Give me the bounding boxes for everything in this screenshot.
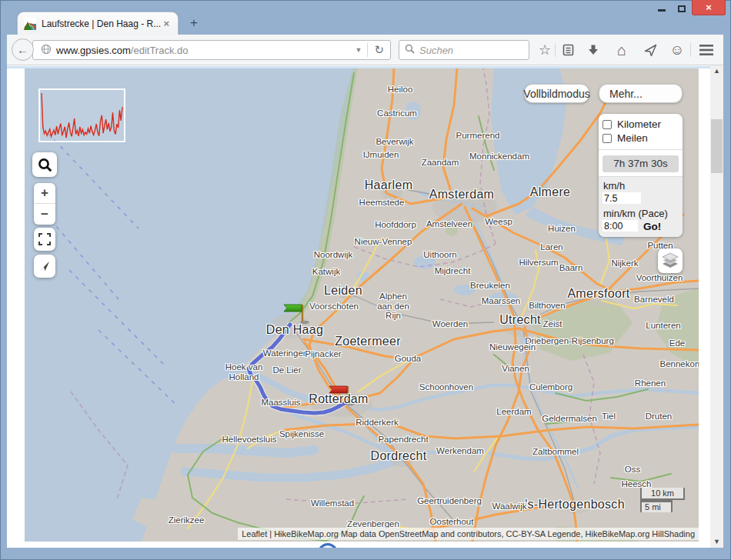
layers-control-button[interactable] — [658, 248, 683, 273]
downloads-button[interactable] — [583, 40, 603, 60]
map-city-label: Gouda — [395, 354, 422, 364]
speed-unit-label: km/h — [603, 180, 625, 192]
meilen-checkbox[interactable] — [602, 134, 612, 143]
map-city-label: Hellevoetsluis — [222, 435, 277, 445]
reload-button[interactable]: ↻ — [368, 43, 390, 57]
toolbar-separator — [555, 43, 556, 57]
fullscreen-mode-button[interactable]: Vollbildmodus — [524, 84, 589, 103]
map-city-label: Spijkenisse — [279, 429, 324, 439]
map-city-label: Voorthuizen — [636, 273, 683, 283]
map-city-label: Monnickendam — [469, 152, 529, 162]
map-city-label: Huizen — [548, 224, 576, 234]
scrollbar-thumb[interactable] — [711, 119, 723, 173]
map-city-label: Willemstad — [311, 498, 354, 508]
duration-button[interactable]: 7h 37m 30s — [602, 155, 679, 172]
window-maximize-button[interactable] — [672, 0, 692, 15]
vertical-scrollbar[interactable]: ▲ ▼ — [710, 65, 723, 548]
map-city-label: Zoetermeer — [335, 335, 401, 348]
zoom-in-button[interactable]: + — [34, 183, 55, 204]
map-city-label: Zaandam — [422, 158, 459, 168]
browser-tab[interactable]: Laufstrecke | Den Haag - R... × — [17, 12, 179, 35]
map-city-label: Castricum — [377, 108, 417, 118]
browser-content-area: ← www.gpsies.com /editTrack.do ▼ ↻ Suche… — [7, 35, 723, 548]
map-city-label: Barneveld — [634, 295, 674, 305]
map-city-label: Nijkerk — [611, 258, 638, 268]
page-below-map — [25, 542, 699, 548]
map-city-label: Leiden — [324, 284, 362, 298]
map-city-label: Bennekom — [660, 359, 699, 369]
bookmark-star-button[interactable]: ☆ — [535, 40, 555, 60]
speed-input[interactable] — [602, 192, 641, 204]
back-button[interactable]: ← — [12, 38, 34, 61]
url-bar[interactable]: www.gpsies.com /editTrack.do ▼ ↻ — [32, 40, 391, 60]
map-city-label: IJmuiden — [363, 150, 399, 160]
titlebar: Laufstrecke | Den Haag - R... × + × — [0, 0, 731, 35]
map-city-label: Utrecht — [499, 313, 541, 327]
kilometer-label: Kilometer — [617, 118, 661, 130]
feedback-smiley-button[interactable]: ☺ — [667, 40, 687, 60]
map-city-label: Haarlem — [365, 178, 413, 192]
toolbar-separator — [690, 43, 691, 57]
window-close-button[interactable]: × — [692, 0, 726, 15]
map-city-label: Geertruidenberg — [417, 496, 482, 506]
elevation-line — [42, 93, 122, 138]
map-search-button[interactable] — [32, 152, 57, 177]
minimize-icon — [658, 9, 666, 12]
map-city-label: Hilversum — [519, 258, 558, 268]
menu-hamburger-button[interactable] — [696, 40, 716, 60]
tab-close-icon[interactable]: × — [161, 18, 172, 29]
map-city-label: Almere — [530, 185, 570, 199]
more-button[interactable]: Mehr... — [599, 84, 683, 103]
pace-input[interactable] — [602, 220, 638, 232]
map-city-label: Waalwijk — [492, 502, 527, 512]
url-dropdown-icon[interactable]: ▼ — [350, 46, 368, 54]
home-button[interactable]: ⌂ — [612, 40, 632, 60]
bookmarks-list-button[interactable] — [558, 40, 578, 60]
scroll-down-icon[interactable]: ▼ — [710, 536, 723, 548]
map-city-label: Oss — [625, 465, 640, 475]
scroll-up-icon[interactable]: ▲ — [710, 65, 723, 77]
map-city-label: Beverwijk — [376, 137, 413, 147]
fullscreen-map-button[interactable] — [34, 228, 55, 251]
map-viewport[interactable]: Den HaagZoetermeerHaarlemAmsterdamLeiden… — [25, 68, 699, 542]
map-city-label: Hoek van Holland — [225, 362, 263, 382]
window-minimize-button[interactable] — [652, 0, 672, 15]
pace-label: min/km (Pace) — [603, 208, 668, 219]
fullscreen-icon — [38, 233, 51, 245]
go-button[interactable]: Go! — [643, 221, 661, 232]
search-icon — [405, 43, 415, 57]
map-city-label: Tiel — [602, 412, 616, 422]
send-page-button[interactable] — [640, 40, 660, 60]
track-options-panel: Kilometer Meilen 7h 37m 30s km/h min/km … — [599, 114, 683, 237]
map-city-label: Den Haag — [266, 323, 323, 337]
url-path: /editTrack.do — [131, 45, 350, 56]
locate-me-button[interactable] — [34, 255, 55, 278]
zoom-control: + − — [34, 183, 55, 225]
map-city-label: Werkendam — [436, 446, 484, 456]
map-city-label: Laren — [540, 242, 562, 252]
new-tab-button[interactable]: + — [185, 14, 203, 32]
map-city-label: 's-Hertogenbosch — [525, 498, 625, 512]
map-city-label: Maarssen — [482, 296, 521, 306]
scale-mi: 5 mi — [640, 500, 673, 512]
map-city-label: Amstelveen — [426, 219, 472, 229]
map-city-label: Oosterhout — [430, 517, 474, 527]
kilometer-checkbox[interactable] — [602, 120, 612, 129]
map-city-label: Heemstede — [359, 198, 405, 208]
map-attribution[interactable]: Leaflet | HikeBikeMap.org Map data OpenS… — [238, 528, 699, 540]
map-city-label: Amsterdam — [429, 188, 495, 202]
zoom-out-button[interactable]: − — [34, 204, 55, 225]
search-bar[interactable]: Suchen — [399, 40, 529, 60]
map-city-label: Lunteren — [646, 321, 680, 331]
map-city-label: Culemborg — [529, 382, 572, 392]
elevation-profile-chart[interactable] — [38, 88, 125, 142]
map-city-label: Voorschoten — [309, 302, 359, 312]
scale-km: 10 km — [640, 488, 685, 500]
map-city-label: Pijnacker — [305, 349, 341, 359]
map-city-label: Uithoorn — [423, 250, 456, 260]
maximize-icon — [678, 5, 686, 12]
map-city-label: Zierikzee — [169, 515, 205, 525]
layers-icon — [661, 252, 679, 269]
map-city-label: Ede — [669, 338, 685, 348]
map-city-label: Katwijk — [312, 267, 340, 277]
